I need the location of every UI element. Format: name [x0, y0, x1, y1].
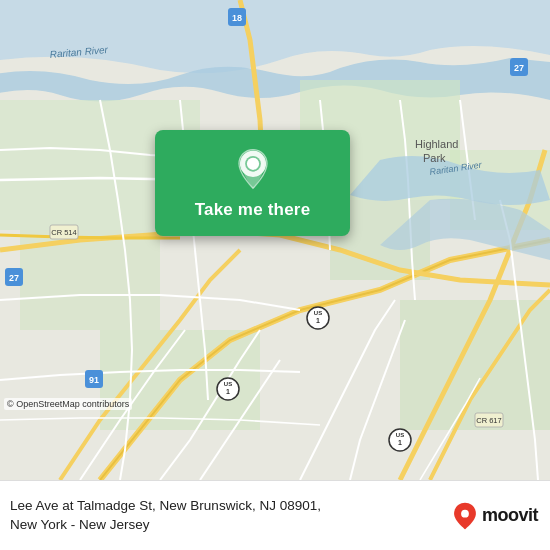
- moovit-brand-text: moovit: [482, 505, 538, 526]
- svg-rect-6: [400, 300, 550, 430]
- svg-text:US: US: [224, 381, 232, 387]
- svg-text:CR 514: CR 514: [51, 228, 76, 237]
- info-bar: Lee Ave at Talmadge St, New Brunswick, N…: [0, 480, 550, 550]
- moovit-pin-icon: [451, 502, 479, 530]
- svg-text:18: 18: [232, 13, 242, 23]
- svg-text:27: 27: [9, 273, 19, 283]
- map-attribution: © OpenStreetMap contributors: [4, 398, 132, 410]
- moovit-logo: moovit: [451, 502, 538, 530]
- svg-text:CR 617: CR 617: [476, 416, 501, 425]
- address-container: Lee Ave at Talmadge St, New Brunswick, N…: [10, 497, 441, 535]
- svg-text:1: 1: [316, 317, 320, 324]
- svg-point-37: [461, 509, 469, 517]
- svg-text:27: 27: [514, 63, 524, 73]
- svg-point-36: [246, 158, 258, 170]
- take-me-there-label: Take me there: [195, 200, 311, 220]
- svg-text:US: US: [396, 432, 404, 438]
- svg-text:Park: Park: [423, 152, 446, 164]
- svg-text:91: 91: [89, 375, 99, 385]
- location-pin-icon: [232, 148, 274, 190]
- map-view: 18 27 27 91 US 1 US 1 US 1 CR 514 CR 617…: [0, 0, 550, 480]
- svg-text:1: 1: [226, 388, 230, 395]
- address-text: Lee Ave at Talmadge St, New Brunswick, N…: [10, 497, 441, 535]
- svg-text:Highland: Highland: [415, 138, 458, 150]
- svg-text:1: 1: [398, 439, 402, 446]
- svg-text:US: US: [314, 310, 322, 316]
- take-me-there-card[interactable]: Take me there: [155, 130, 350, 236]
